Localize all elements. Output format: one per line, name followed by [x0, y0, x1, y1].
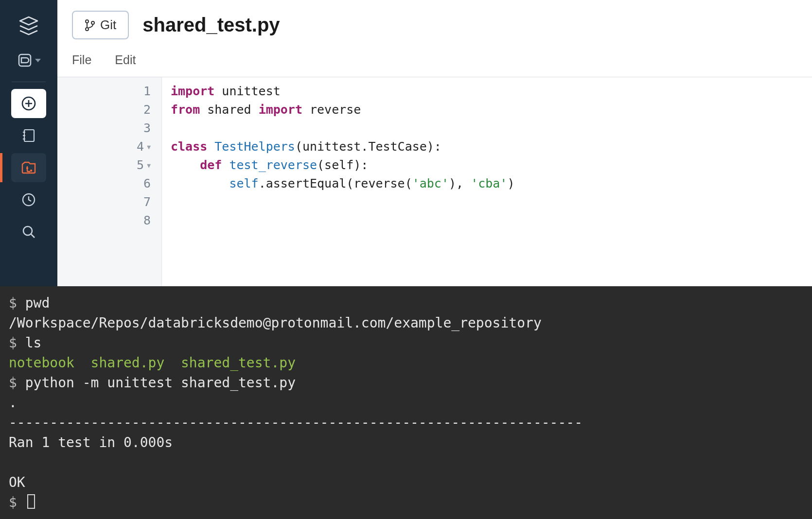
header-row: Git shared_test.py	[57, 0, 812, 44]
terminal[interactable]: $ pwd /Workspace/Repos/databricksdemo@pr…	[0, 286, 812, 519]
chevron-down-icon	[35, 59, 41, 62]
gutter-line: 3	[57, 119, 161, 138]
terminal-cursor	[27, 494, 35, 509]
stack-icon	[17, 14, 40, 37]
code-area[interactable]: import unittest from shared import rever…	[162, 77, 812, 286]
sidebar-create[interactable]	[11, 89, 46, 118]
svg-point-9	[91, 21, 94, 24]
svg-rect-2	[24, 130, 34, 141]
git-button-label: Git	[100, 17, 116, 33]
gutter-line: 4▼	[57, 138, 161, 156]
gutter-line: 7	[57, 193, 161, 211]
clock-icon	[21, 192, 36, 208]
main-area: Git shared_test.py File Edit 1 2 3 4▼ 5▼…	[57, 0, 812, 286]
top-region: Git shared_test.py File Edit 1 2 3 4▼ 5▼…	[0, 0, 812, 286]
menu-edit[interactable]: Edit	[115, 53, 136, 67]
sidebar-divider	[12, 82, 46, 82]
git-button[interactable]: Git	[72, 11, 129, 39]
notebook-icon	[21, 128, 36, 143]
gutter-line: 2	[57, 101, 161, 119]
svg-point-8	[86, 28, 88, 31]
sidebar-recents[interactable]	[11, 185, 46, 214]
plus-circle-icon	[20, 95, 37, 112]
gutter-line: 5▼	[57, 156, 161, 174]
sidebar-repos[interactable]	[11, 153, 46, 182]
data-icon	[17, 52, 33, 69]
sidebar-logo[interactable]	[11, 9, 46, 43]
svg-point-3	[26, 167, 28, 169]
editor: 1 2 3 4▼ 5▼ 6 7 8 import unittest from s…	[57, 77, 812, 286]
sidebar-search[interactable]	[11, 217, 46, 246]
editor-gutter: 1 2 3 4▼ 5▼ 6 7 8	[57, 77, 162, 286]
svg-point-7	[86, 20, 88, 23]
repos-icon	[20, 159, 37, 176]
fold-marker-icon[interactable]: ▼	[147, 162, 151, 169]
git-branch-icon	[85, 19, 95, 32]
file-title: shared_test.py	[142, 14, 280, 36]
svg-point-4	[30, 170, 32, 172]
fold-marker-icon[interactable]: ▼	[147, 143, 151, 151]
sidebar	[0, 0, 57, 286]
gutter-line: 6	[57, 174, 161, 193]
svg-point-6	[23, 226, 32, 235]
sidebar-notebook[interactable]	[11, 121, 46, 150]
gutter-line: 8	[57, 211, 161, 230]
search-icon	[21, 224, 36, 240]
sidebar-data-dropdown[interactable]	[11, 46, 46, 75]
menu-bar: File Edit	[57, 44, 812, 77]
gutter-line: 1	[57, 82, 161, 101]
menu-file[interactable]: File	[72, 53, 91, 67]
